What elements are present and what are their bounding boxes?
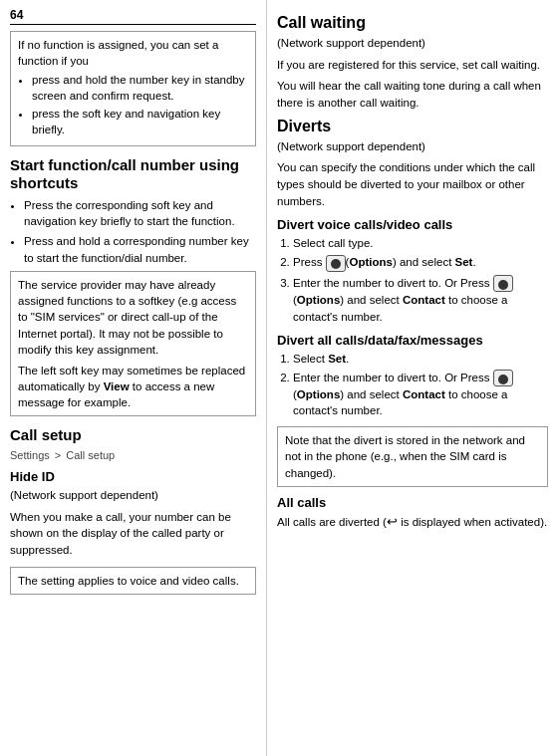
call-waiting-network: (Network support dependent) [277,35,548,52]
info-box-1-list: press and hold the number key in standby… [32,72,248,137]
info-box-1-text: If no function is assigned, you can set … [18,39,218,67]
options-key-3 [493,370,513,386]
list-item: Enter the number to divert to. Or Press … [293,275,548,325]
hide-id-note: The setting applies to voice and video c… [10,567,256,595]
breadcrumb-part2: Call setup [66,449,115,461]
breadcrumb-part1: Settings [10,449,50,461]
hide-id-heading: Hide ID [10,469,256,484]
options-key-2 [493,275,513,292]
list-item: Press (Options) and select Set. [293,254,548,271]
list-item: press the soft key and navigation key br… [32,106,248,137]
breadcrumb: Settings > Call setup [10,449,256,461]
section-shortcuts-body: Press the corresponding soft key and nav… [10,197,256,267]
info-box-2-text2: The left soft key may sometimes be repla… [18,363,248,410]
list-item: Press the corresponding soft key and nav… [24,197,256,230]
divert-all-steps: Select Set. Enter the number to divert t… [293,351,548,419]
divert-note-text: Note that the divert is stored in the ne… [285,434,525,478]
info-box-2-text1: The service provider may have already as… [18,277,248,357]
section-shortcuts-heading: Start function/call number using shortcu… [10,156,256,192]
call-waiting-body2: If you are registered for this service, … [277,57,548,74]
view-bold: View [104,380,130,392]
call-setup-heading: Call setup [10,426,256,444]
hide-id-note-text: The setting applies to voice and video c… [18,575,239,587]
left-column: 64 If no function is assigned, you can s… [0,0,267,756]
info-box-2: The service provider may have already as… [10,271,256,416]
all-calls-body: All calls are diverted (↩ is displayed w… [277,513,548,532]
divert-all-heading: Divert all calls/data/fax/messages [277,333,548,348]
diverts-heading: Diverts [277,118,548,135]
divert-voice-heading: Divert voice calls/video calls [277,217,548,232]
list-item: Select call type. [293,235,548,251]
diverts-body2: You can specify the conditions under whi… [277,159,548,209]
divert-note: Note that the divert is stored in the ne… [277,426,548,486]
hide-id-detail: When you make a call, your number can be… [10,509,256,559]
divert-icon: ↩ [387,514,398,529]
right-column: Call waiting (Network support dependent)… [267,0,558,756]
call-waiting-heading: Call waiting [277,14,548,32]
divert-voice-steps: Select call type. Press (Options) and se… [293,235,548,324]
all-calls-heading: All calls [277,495,548,510]
list-item: Press and hold a corresponding number ke… [24,233,256,266]
breadcrumb-arrow: > [55,449,61,461]
list-item: press and hold the number key in standby… [32,72,248,104]
page-number: 64 [10,8,256,25]
list-item: Enter the number to divert to. Or Press … [293,370,548,419]
options-key-1 [326,255,346,272]
diverts-network: (Network support dependent) [277,138,548,155]
call-waiting-body3: You will hear the call waiting tone duri… [277,78,548,111]
list-item: Select Set. [293,351,548,367]
hide-id-network: (Network support dependent) [10,487,256,504]
info-box-1: If no function is assigned, you can set … [10,31,256,146]
